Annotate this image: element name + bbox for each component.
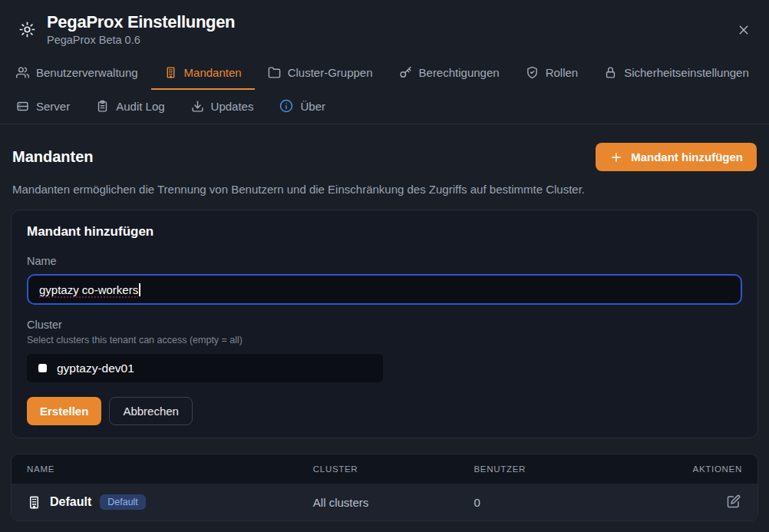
tab-audit-log[interactable]: Audit Log bbox=[83, 90, 177, 124]
info-icon bbox=[279, 99, 293, 113]
checkbox-checked-icon[interactable] bbox=[38, 364, 47, 372]
users-icon bbox=[16, 66, 29, 79]
settings-tab-bar: Benutzerverwaltung Mandanten Cluster-Gru… bbox=[0, 57, 769, 124]
column-header-name: NAME bbox=[27, 464, 313, 474]
tab-ueber[interactable]: Über bbox=[266, 90, 338, 124]
tab-row-2: Server Audit Log Updates bbox=[3, 90, 766, 124]
tenant-benutzer-cell: 0 bbox=[474, 496, 635, 509]
tab-label: Updates bbox=[211, 100, 254, 113]
cluster-field-hint: Select clusters this tenant can access (… bbox=[27, 335, 742, 345]
cluster-option-label: gyptazy-dev01 bbox=[57, 362, 134, 375]
section-description: Mandanten ermöglichen die Trennung von B… bbox=[12, 183, 757, 196]
tab-label: Sicherheitseinstellungen bbox=[624, 66, 749, 79]
tab-berechtigungen[interactable]: Berechtigungen bbox=[386, 57, 513, 90]
cancel-button[interactable]: Abbrechen bbox=[109, 397, 193, 425]
lock-icon bbox=[604, 66, 617, 79]
tab-label: Rollen bbox=[546, 66, 579, 79]
table-row: Default Default All clusters 0 bbox=[12, 484, 757, 520]
form-title: Mandant hinzufügen bbox=[27, 224, 742, 240]
tab-sicherheitseinstellungen[interactable]: Sicherheitseinstellungen bbox=[591, 57, 762, 90]
building-icon bbox=[164, 66, 177, 79]
tenant-name-input[interactable]: gyptazy co-workers bbox=[27, 274, 742, 305]
tab-mandanten[interactable]: Mandanten bbox=[151, 57, 255, 90]
cluster-option-gyptazy-dev01[interactable]: gyptazy-dev01 bbox=[27, 354, 383, 382]
tenant-name-cell: Default Default bbox=[27, 494, 313, 510]
table-header-row: NAME CLUSTER BENUTZER AKTIONEN bbox=[12, 454, 757, 484]
column-header-benutzer: BENUTZER bbox=[474, 464, 635, 474]
key-icon bbox=[399, 66, 412, 79]
plus-icon bbox=[609, 150, 623, 164]
tenant-name: Default bbox=[50, 495, 91, 509]
server-icon bbox=[16, 100, 29, 113]
add-tenant-button-label: Mandant hinzufügen bbox=[631, 150, 743, 164]
form-actions: Erstellen Abbrechen bbox=[27, 397, 742, 425]
gear-icon bbox=[18, 21, 36, 38]
tab-benutzerverwaltung[interactable]: Benutzerverwaltung bbox=[3, 57, 151, 90]
tab-label: Benutzerverwaltung bbox=[36, 66, 138, 79]
building-icon bbox=[27, 495, 41, 510]
tab-updates[interactable]: Updates bbox=[178, 90, 267, 124]
download-icon bbox=[191, 100, 204, 113]
tab-row-1: Benutzerverwaltung Mandanten Cluster-Gru… bbox=[3, 57, 766, 90]
edit-tenant-button[interactable] bbox=[725, 493, 742, 510]
tab-cluster-gruppen[interactable]: Cluster-Gruppen bbox=[255, 57, 386, 90]
column-header-cluster: CLUSTER bbox=[313, 464, 474, 474]
name-field-label: Name bbox=[27, 255, 742, 267]
tenants-table: NAME CLUSTER BENUTZER AKTIONEN Default D… bbox=[11, 454, 758, 521]
close-icon bbox=[738, 24, 750, 36]
default-badge: Default bbox=[100, 494, 146, 510]
dialog-header: PegaProx Einstellungen PegaProx Beta 0.6 bbox=[0, 0, 769, 57]
add-tenant-form-card: Mandant hinzufügen Name gyptazy co-worke… bbox=[11, 210, 758, 438]
tab-label: Cluster-Gruppen bbox=[288, 66, 373, 79]
text-cursor bbox=[139, 283, 140, 296]
section-title: Mandanten bbox=[12, 148, 94, 166]
cluster-field-label: Cluster bbox=[27, 319, 742, 331]
clipboard-icon bbox=[96, 100, 109, 113]
folder-icon bbox=[268, 66, 281, 79]
edit-icon bbox=[727, 494, 741, 508]
tab-label: Über bbox=[300, 100, 325, 113]
tab-panel-mandanten: Mandanten Mandant hinzufügen Mandanten e… bbox=[0, 124, 769, 530]
tab-label: Mandanten bbox=[184, 66, 242, 79]
tenant-cluster-cell: All clusters bbox=[313, 496, 474, 509]
shield-check-icon bbox=[526, 66, 539, 79]
tab-server[interactable]: Server bbox=[3, 90, 83, 124]
tab-label: Berechtigungen bbox=[419, 66, 500, 79]
page-title: PegaProx Einstellungen bbox=[47, 12, 235, 32]
cluster-field-block: Cluster Select clusters this tenant can … bbox=[27, 319, 742, 382]
tab-label: Server bbox=[36, 100, 70, 113]
tenant-actions-cell bbox=[635, 493, 742, 511]
tab-rollen[interactable]: Rollen bbox=[513, 57, 592, 90]
column-header-aktionen: AKTIONEN bbox=[635, 464, 742, 474]
tab-label: Audit Log bbox=[116, 100, 164, 113]
create-button[interactable]: Erstellen bbox=[27, 397, 101, 425]
page-subtitle: PegaProx Beta 0.6 bbox=[47, 34, 235, 46]
section-header: Mandanten Mandant hinzufügen bbox=[11, 143, 758, 171]
tenant-name-input-value: gyptazy co-workers bbox=[39, 283, 138, 296]
add-tenant-button[interactable]: Mandant hinzufügen bbox=[596, 143, 757, 171]
close-button[interactable] bbox=[734, 20, 754, 40]
